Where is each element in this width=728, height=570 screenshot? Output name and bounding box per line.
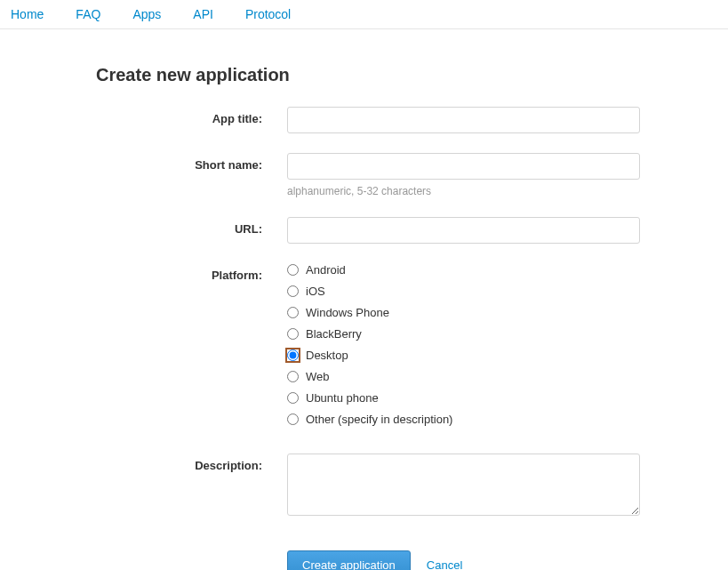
platform-option[interactable]: Ubuntu phone — [287, 391, 640, 405]
platform-option-label: Windows Phone — [306, 306, 389, 319]
platform-option-label: BlackBerry — [306, 327, 362, 341]
platform-option[interactable]: iOS — [287, 285, 640, 298]
cancel-link[interactable]: Cancel — [427, 558, 462, 570]
top-nav: Home FAQ Apps API Protocol — [0, 0, 728, 29]
platform-options: AndroidiOSWindows PhoneBlackBerryDesktop… — [287, 263, 640, 434]
row-app-title: App title: — [96, 107, 640, 133]
platform-option-label: Desktop — [306, 349, 348, 362]
platform-radio[interactable] — [287, 413, 299, 425]
platform-radio[interactable] — [287, 307, 299, 318]
help-short-name: alphanumeric, 5-32 characters — [287, 185, 640, 197]
nav-home[interactable]: Home — [11, 7, 44, 21]
row-url: URL: — [96, 217, 640, 244]
input-description[interactable] — [287, 454, 640, 516]
label-description: Description: — [96, 454, 287, 472]
nav-apps[interactable]: Apps — [132, 7, 161, 21]
row-description: Description: — [96, 454, 640, 518]
input-url[interactable] — [287, 217, 640, 244]
platform-option[interactable]: Windows Phone — [287, 306, 640, 319]
platform-radio[interactable] — [287, 328, 299, 340]
label-app-title: App title: — [96, 107, 287, 125]
platform-option[interactable]: BlackBerry — [287, 327, 640, 341]
platform-radio[interactable] — [287, 264, 299, 276]
nav-faq[interactable]: FAQ — [76, 7, 100, 21]
platform-option[interactable]: Web — [287, 370, 640, 383]
row-short-name: Short name: alphanumeric, 5-32 character… — [96, 153, 640, 197]
label-platform: Platform: — [96, 263, 287, 282]
form-container: Create new application App title: Short … — [0, 29, 640, 570]
platform-option-label: Ubuntu phone — [306, 391, 379, 405]
platform-option[interactable]: Android — [287, 263, 640, 277]
label-short-name: Short name: — [96, 153, 287, 172]
platform-option-label: Web — [306, 370, 330, 383]
platform-radio[interactable] — [287, 285, 299, 297]
platform-option[interactable]: Other (specify in description) — [287, 413, 640, 426]
page-title: Create new application — [96, 65, 640, 85]
nav-protocol[interactable]: Protocol — [245, 7, 291, 21]
label-url: URL: — [96, 217, 287, 236]
nav-api[interactable]: API — [193, 7, 213, 21]
platform-radio[interactable] — [287, 371, 299, 382]
platform-radio[interactable] — [287, 392, 299, 404]
platform-option-label: iOS — [306, 285, 325, 298]
platform-radio[interactable] — [287, 349, 299, 361]
platform-option-label: Other (specify in description) — [306, 413, 452, 426]
platform-option[interactable]: Desktop — [287, 349, 640, 362]
row-actions: Create application Cancel — [96, 538, 640, 570]
input-short-name[interactable] — [287, 153, 640, 180]
create-application-button[interactable]: Create application — [287, 550, 411, 570]
row-platform: Platform: AndroidiOSWindows PhoneBlackBe… — [96, 263, 640, 434]
platform-option-label: Android — [306, 263, 346, 277]
input-app-title[interactable] — [287, 107, 640, 133]
